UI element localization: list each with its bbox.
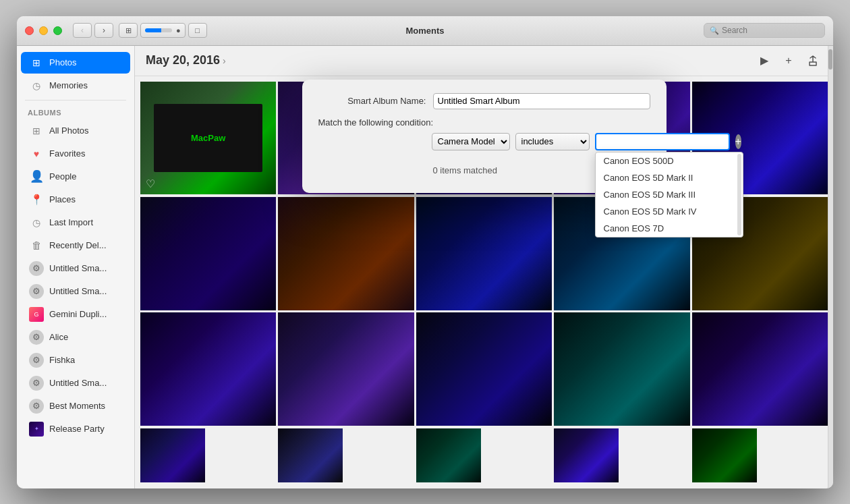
sidebar-item-fishka[interactable]: ⚙ Fishka (21, 349, 130, 371)
add-condition-button[interactable]: + (735, 134, 741, 149)
name-row: Smart Album Name: (318, 93, 650, 109)
main-layout: ⊞ Photos ◷ Memories Albums ⊞ All Photos … (17, 46, 833, 488)
view-icon-btn[interactable]: ⊞ (119, 23, 138, 38)
dropdown-item-5[interactable]: Canon EOS 7D (596, 220, 743, 237)
places-icon: 📍 (29, 192, 44, 207)
trash-icon: 🗑 (29, 238, 44, 253)
sidebar-item-label: Recently Del... (49, 240, 107, 250)
import-icon-btn[interactable]: □ (188, 23, 207, 38)
name-label: Smart Album Name: (318, 96, 426, 106)
gear-icon: ⚙ (29, 376, 44, 391)
title-bar: ‹ › ⊞ ● □ Moments 🔍 (17, 16, 833, 46)
favorites-icon: ♥ (29, 146, 44, 161)
sidebar-item-untitled-1[interactable]: ⚙ Untitled Sma... (21, 258, 130, 279)
memories-icon: ◷ (29, 78, 44, 93)
content-area: May 20, 2016 › ▶ + ♡ (135, 46, 833, 488)
albums-section-label: Albums (17, 103, 134, 119)
window-title: Moments (405, 26, 444, 36)
condition-label-row: Match the following condition: (318, 117, 650, 128)
sidebar-item-memories[interactable]: ◷ Memories (21, 75, 130, 96)
sidebar-item-recently-deleted[interactable]: 🗑 Recently Del... (21, 235, 130, 256)
photos-icon: ⊞ (29, 55, 44, 70)
sidebar-item-label: All Photos (49, 125, 89, 136)
forward-button[interactable]: › (94, 23, 113, 38)
sidebar-item-label: Untitled Sma... (49, 263, 107, 273)
sidebar-item-all-photos[interactable]: ⊞ All Photos (21, 120, 130, 142)
sidebar-item-favorites[interactable]: ♥ Favorites (21, 143, 130, 165)
sidebar-item-untitled-3[interactable]: ⚙ Untitled Sma... (21, 372, 130, 394)
gear-icon: ⚙ (29, 353, 44, 368)
search-icon: 🔍 (710, 26, 719, 35)
main-window: ‹ › ⊞ ● □ Moments 🔍 ⊞ Photos (17, 16, 833, 488)
dropdown-scrollbar[interactable] (737, 154, 741, 235)
condition-dropdown-wrap: includes (515, 133, 590, 150)
sidebar-item-label: Untitled Sma... (49, 286, 107, 296)
gear-icon: ⚙ (29, 330, 44, 345)
sidebar-item-label: Favorites (49, 148, 85, 159)
sidebar-item-label: Places (49, 194, 76, 204)
condition-row: Camera Model includes Canon EOS 500D (318, 133, 650, 150)
condition-text-input[interactable] (595, 133, 730, 150)
people-icon: 👤 (29, 169, 44, 184)
nav-buttons: ‹ › (73, 23, 113, 38)
items-matched-text: 0 items matched (318, 165, 497, 175)
search-input[interactable] (722, 26, 816, 35)
condition-label: Match the following condition: (318, 117, 434, 128)
text-input-wrap: Canon EOS 500D Canon EOS 5D Mark II Cano… (595, 133, 730, 150)
last-import-icon: ◷ (29, 215, 44, 230)
maximize-button[interactable] (53, 26, 62, 35)
sidebar-item-label: Memories (49, 80, 88, 90)
sidebar-item-label: Untitled Sma... (49, 378, 107, 388)
traffic-lights (25, 26, 62, 35)
sidebar-item-photos[interactable]: ⊞ Photos (21, 52, 130, 74)
minimize-button[interactable] (39, 26, 48, 35)
sidebar-item-release-party[interactable]: ✦ Release Party (21, 418, 130, 440)
smart-album-dialog: Smart Album Name: Match the following co… (302, 80, 667, 193)
sidebar-item-label: Last Import (49, 217, 93, 227)
sidebar-item-untitled-2[interactable]: ⚙ Untitled Sma... (21, 281, 130, 302)
sidebar-item-last-import[interactable]: ◷ Last Import (21, 212, 130, 233)
sidebar-item-label: Gemini Dupli... (49, 309, 107, 319)
sidebar-item-alice[interactable]: ⚙ Alice (21, 327, 130, 348)
sidebar-item-places[interactable]: 📍 Places (21, 189, 130, 211)
sidebar-item-people[interactable]: 👤 People (21, 166, 130, 188)
sidebar-item-label: Photos (49, 57, 76, 67)
sidebar-item-label: Best Moments (49, 401, 105, 411)
sidebar: ⊞ Photos ◷ Memories Albums ⊞ All Photos … (17, 46, 135, 488)
dropdown-item-2[interactable]: Canon EOS 5D Mark II (596, 169, 743, 186)
gear-icon: ⚙ (29, 284, 44, 299)
sidebar-item-label: Fishka (49, 355, 75, 365)
close-button[interactable] (25, 26, 34, 35)
dropdown-item-4[interactable]: Canon EOS 5D Mark IV (596, 203, 743, 220)
back-button[interactable]: ‹ (73, 23, 92, 38)
sidebar-item-label: Release Party (49, 424, 105, 434)
sidebar-divider (25, 100, 126, 101)
search-bar[interactable]: 🔍 (704, 23, 825, 38)
modal-overlay: Smart Album Name: Match the following co… (135, 46, 833, 488)
gear-icon: ⚙ (29, 399, 44, 414)
field-select[interactable]: Camera Model (432, 133, 510, 150)
sidebar-item-gemini[interactable]: G Gemini Dupli... (21, 304, 130, 325)
sidebar-item-best-moments[interactable]: ⚙ Best Moments (21, 395, 130, 417)
gear-icon: ⚙ (29, 261, 44, 276)
dropdown-item-1[interactable]: Canon EOS 500D (596, 152, 743, 169)
camera-dropdown: Canon EOS 500D Canon EOS 5D Mark II Cano… (595, 152, 743, 237)
sidebar-item-label: People (49, 171, 76, 181)
toolbar-icons: ⊞ ● □ (119, 23, 207, 38)
dropdown-item-3[interactable]: Canon EOS 5D Mark III (596, 186, 743, 203)
sidebar-item-label: Alice (49, 332, 68, 342)
release-party-thumbnail: ✦ (29, 422, 44, 437)
gemini-thumbnail: G (29, 307, 44, 322)
all-photos-icon: ⊞ (29, 123, 44, 138)
album-name-input[interactable] (433, 93, 650, 109)
condition-select[interactable]: includes (515, 133, 590, 150)
